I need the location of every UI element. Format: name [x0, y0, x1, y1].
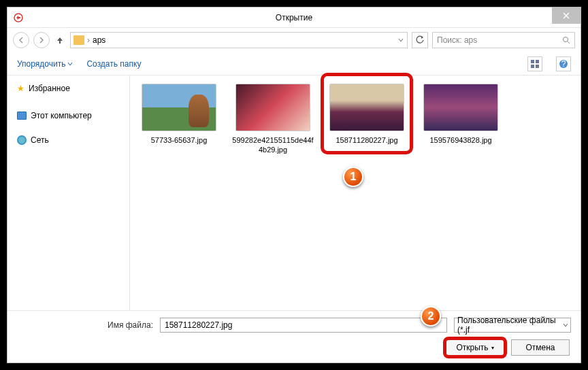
file-item[interactable]: 599282e42155115de44f4b29.jpg — [232, 84, 314, 155]
new-folder-button[interactable]: Создать папку — [86, 59, 141, 69]
selection-highlight — [321, 73, 413, 154]
refresh-button[interactable] — [412, 32, 428, 48]
sidebar-favorites[interactable]: ★ Избранное — [7, 80, 129, 97]
search-placeholder: Поиск: aps — [437, 35, 477, 45]
address-bar[interactable]: › aps — [70, 32, 408, 48]
arrow-left-icon — [18, 37, 24, 44]
search-input[interactable]: Поиск: aps — [432, 32, 575, 48]
annotation-callout-2: 2 — [421, 306, 441, 326]
button-highlight — [443, 337, 507, 358]
view-icon — [530, 59, 540, 69]
forward-button[interactable] — [33, 32, 50, 48]
thumbnail — [142, 84, 216, 131]
titlebar: Открытие — [7, 7, 581, 28]
breadcrumb-folder[interactable]: aps — [93, 35, 105, 45]
sidebar-this-pc[interactable]: Этот компьютер — [7, 107, 129, 124]
navbar: › aps Поиск: aps — [7, 28, 581, 52]
up-button[interactable] — [54, 34, 66, 46]
help-button[interactable]: ? — [556, 56, 571, 71]
sidebar-network[interactable]: Сеть — [7, 131, 129, 149]
svg-text:?: ? — [561, 59, 566, 69]
organize-menu[interactable]: Упорядочить — [17, 59, 73, 69]
sidebar: ★ Избранное Этот компьютер Сеть — [7, 75, 130, 310]
close-icon — [563, 12, 570, 19]
arrow-up-icon — [56, 36, 64, 44]
toolbar: Упорядочить Создать папку ? — [7, 52, 581, 75]
chevron-down-icon[interactable] — [397, 37, 404, 44]
svg-rect-2 — [531, 60, 534, 63]
file-item[interactable]: 57733-65637.jpg — [138, 84, 220, 145]
search-icon — [562, 36, 570, 44]
dialog-body: ★ Избранное Этот компьютер Сеть 57733-65… — [7, 75, 581, 310]
open-button[interactable]: Открыть ▾ — [446, 339, 504, 356]
file-item-selected[interactable]: 158711280227.jpg — [326, 84, 408, 145]
network-icon — [17, 135, 27, 145]
thumbnail — [235, 84, 310, 131]
folder-icon — [74, 35, 84, 45]
file-type-filter[interactable]: Пользовательские файлы (*.jf — [454, 318, 571, 333]
file-item[interactable]: 159576943828.jpg — [420, 84, 502, 145]
refresh-icon — [415, 35, 425, 45]
thumbnail — [423, 84, 498, 131]
open-file-dialog: Открытие › aps Поиск: aps — [7, 7, 581, 363]
filename-label: Имя файла: — [17, 320, 153, 330]
dialog-footer: Имя файла: Пользовательские файлы (*.jf … — [7, 310, 581, 363]
annotation-callout-1: 1 — [343, 167, 363, 187]
svg-point-1 — [564, 37, 568, 42]
svg-rect-4 — [531, 65, 534, 68]
chevron-down-icon — [67, 61, 73, 67]
app-icon — [13, 12, 24, 23]
back-button[interactable] — [13, 32, 29, 48]
close-button[interactable] — [552, 7, 581, 24]
view-options-button[interactable] — [527, 56, 542, 71]
svg-rect-5 — [536, 65, 539, 68]
dialog-title: Открытие — [276, 13, 312, 22]
filename-input[interactable] — [160, 318, 447, 333]
star-icon: ★ — [17, 84, 24, 93]
cancel-button[interactable]: Отмена — [511, 339, 570, 356]
breadcrumb-sep: › — [87, 35, 90, 45]
svg-rect-3 — [536, 60, 539, 63]
computer-icon — [17, 112, 27, 120]
file-list: 57733-65637.jpg 599282e42155115de44f4b29… — [130, 75, 581, 310]
help-icon: ? — [559, 59, 568, 69]
arrow-right-icon — [38, 37, 45, 44]
chevron-down-icon — [563, 322, 568, 328]
